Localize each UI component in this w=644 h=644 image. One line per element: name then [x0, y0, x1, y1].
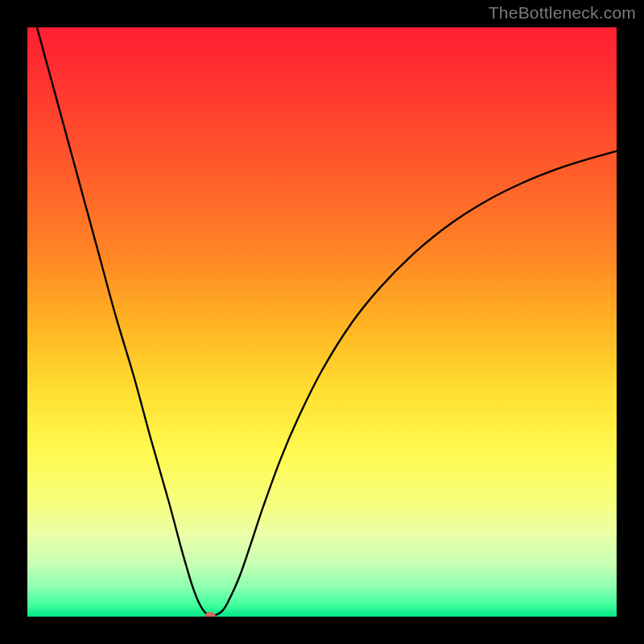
plot-area [27, 27, 617, 617]
watermark-text: TheBottleneck.com [489, 3, 636, 23]
bottleneck-curve [27, 27, 617, 617]
optimum-marker [204, 612, 216, 617]
chart-root: { "watermark": "TheBottleneck.com", "mar… [0, 0, 644, 644]
